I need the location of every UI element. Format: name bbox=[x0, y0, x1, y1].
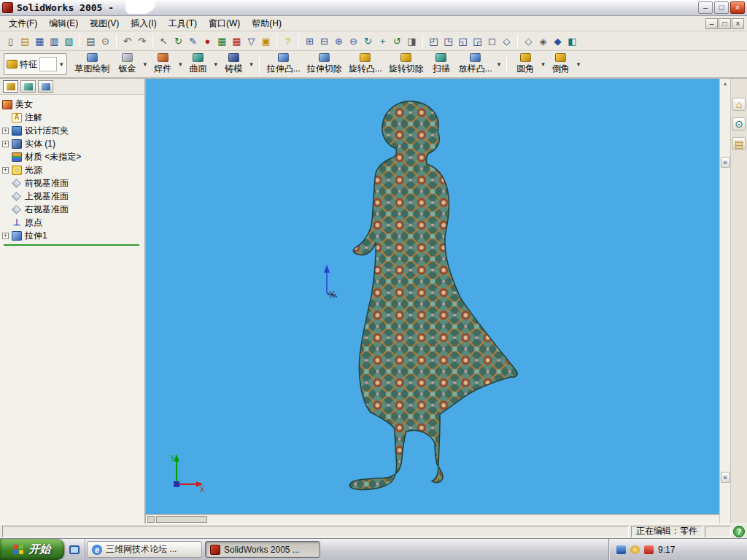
splitter-handle[interactable] bbox=[147, 516, 155, 523]
tree-item-design-binder[interactable]: + 设计活页夹 bbox=[2, 124, 142, 137]
zoom-in-out-icon[interactable]: ⊕ bbox=[332, 34, 346, 48]
collapse-panel-button-lower[interactable]: « bbox=[721, 472, 730, 483]
menu-tools[interactable]: 工具(T) bbox=[163, 16, 203, 31]
tree-item-lighting[interactable]: + ☼ 光源 bbox=[2, 163, 142, 176]
view-top-icon[interactable]: ◻ bbox=[485, 34, 499, 48]
sweep-button[interactable]: 扫描 bbox=[428, 52, 454, 77]
view-isometric-icon[interactable]: ◇ bbox=[500, 34, 514, 48]
zoom-to-area-icon[interactable]: ⊟ bbox=[317, 34, 331, 48]
edit-color-icon[interactable]: ● bbox=[201, 34, 214, 48]
tree-item-material[interactable]: 材质 <未指定> bbox=[2, 150, 142, 163]
view-left-icon[interactable]: ◱ bbox=[456, 34, 470, 48]
view-right-icon[interactable]: ◲ bbox=[471, 34, 484, 48]
fillet-button[interactable]: 圆角 bbox=[512, 52, 538, 77]
tab-feature-manager[interactable] bbox=[3, 80, 18, 93]
menu-window[interactable]: 窗口(W) bbox=[203, 16, 246, 31]
quick-tips-button[interactable]: ? bbox=[733, 526, 745, 537]
shadow-icon[interactable]: ◨ bbox=[405, 34, 419, 48]
woman-silhouette[interactable] bbox=[349, 101, 517, 490]
dropdown-icon[interactable]: ▾ bbox=[60, 61, 63, 68]
sketch-icon[interactable]: ✎ bbox=[186, 34, 200, 48]
tab-configuration-manager[interactable] bbox=[38, 80, 53, 93]
model-canvas[interactable]: Y X bbox=[146, 79, 719, 514]
redo-icon[interactable]: ↷ bbox=[135, 34, 149, 48]
zoom-to-selection-icon[interactable]: ⊖ bbox=[347, 34, 360, 48]
home-icon[interactable]: ⌂ bbox=[732, 98, 746, 111]
print-preview-icon[interactable]: ⊙ bbox=[98, 34, 112, 48]
menu-edit[interactable]: 编辑(E) bbox=[43, 16, 84, 31]
collapse-panel-button[interactable]: « bbox=[721, 157, 730, 168]
shaded-icon[interactable]: ◆ bbox=[551, 34, 565, 48]
select-icon[interactable]: ↖ bbox=[157, 34, 171, 48]
expand-icon[interactable]: + bbox=[2, 141, 9, 147]
save-icon[interactable]: ▦ bbox=[33, 34, 47, 48]
mold-button[interactable]: 铸模 bbox=[220, 52, 247, 77]
tree-item-origin[interactable]: ⊥ 原点 bbox=[2, 216, 142, 229]
taskbar-window-forum[interactable]: e 三维网技术论坛 ... bbox=[87, 541, 202, 558]
make-drawing-icon[interactable]: ▥ bbox=[47, 34, 61, 48]
hidden-lines-icon[interactable]: ◈ bbox=[536, 34, 550, 48]
quick-launch-icon[interactable] bbox=[69, 545, 80, 554]
section-view-icon[interactable]: ◧ bbox=[565, 34, 579, 48]
rollback-bar[interactable] bbox=[4, 244, 139, 246]
dropdown-icon[interactable]: ▾ bbox=[541, 61, 545, 68]
tree-root-part[interactable]: 美女 bbox=[2, 98, 142, 111]
horizontal-scrollbar[interactable] bbox=[146, 514, 719, 524]
doc-minimize-button[interactable]: – bbox=[705, 18, 718, 29]
menu-view[interactable]: 视图(V) bbox=[84, 16, 125, 31]
selection-filter-icon[interactable]: ▽ bbox=[244, 34, 258, 48]
rebuild-icon[interactable]: ↻ bbox=[171, 34, 185, 48]
dropdown-icon[interactable]: ▾ bbox=[144, 61, 147, 68]
undo-icon[interactable]: ↶ bbox=[120, 34, 134, 48]
extruded-boss-button[interactable]: 拉伸凸... bbox=[265, 52, 303, 77]
extruded-cut-button[interactable]: 拉伸切除 bbox=[305, 52, 344, 77]
open-icon[interactable]: ▤ bbox=[18, 34, 32, 48]
sketch-button[interactable]: 草图绘制 bbox=[73, 52, 112, 77]
revolved-boss-button[interactable]: 旋转凸... bbox=[347, 52, 384, 77]
menu-file[interactable]: 文件(F) bbox=[3, 16, 43, 31]
extruded-figure[interactable] bbox=[146, 79, 719, 514]
tree-item-front-plane[interactable]: 前视基准面 bbox=[2, 176, 142, 190]
menu-help[interactable]: 帮助(H) bbox=[246, 16, 287, 31]
doc-close-button[interactable]: × bbox=[732, 18, 744, 29]
clock[interactable]: 9:17 bbox=[658, 545, 675, 555]
expand-icon[interactable]: + bbox=[2, 233, 9, 239]
revolved-cut-button[interactable]: 旋转切除 bbox=[387, 52, 426, 77]
tray-update-icon[interactable] bbox=[630, 545, 640, 554]
tree-item-annotations[interactable]: A 注解 bbox=[2, 111, 142, 124]
design-table-icon[interactable]: ▦ bbox=[215, 34, 229, 48]
wireframe-icon[interactable]: ◇ bbox=[522, 34, 535, 48]
tree-item-top-plane[interactable]: 上视基准面 bbox=[2, 190, 142, 203]
expand-icon[interactable]: + bbox=[2, 128, 9, 134]
make-assembly-icon[interactable]: ▧ bbox=[62, 34, 76, 48]
tray-network-icon[interactable] bbox=[616, 545, 626, 554]
expand-icon[interactable]: + bbox=[2, 167, 9, 174]
close-button[interactable]: × bbox=[730, 1, 745, 14]
menu-insert[interactable]: 插入(I) bbox=[125, 16, 162, 31]
sheet-metal-button[interactable]: 钣金 bbox=[115, 52, 141, 77]
bom-table-icon[interactable]: ▦ bbox=[230, 34, 244, 48]
pan-icon[interactable]: + bbox=[376, 34, 390, 48]
dropdown-icon[interactable]: ▾ bbox=[214, 61, 218, 68]
view-front-icon[interactable]: ◰ bbox=[427, 34, 441, 48]
loft-button[interactable]: 放样凸... bbox=[457, 52, 495, 77]
search-icon[interactable]: ⊙ bbox=[732, 117, 746, 131]
toggle-selection-icon[interactable]: ▣ bbox=[259, 34, 273, 48]
view-back-icon[interactable]: ◳ bbox=[441, 34, 455, 48]
scrollbar-thumb[interactable] bbox=[156, 516, 207, 523]
dropdown-icon[interactable]: ▾ bbox=[249, 61, 253, 68]
restore-button[interactable]: □ bbox=[714, 1, 729, 14]
tab-property-manager[interactable] bbox=[20, 80, 36, 93]
print-icon[interactable]: ▤ bbox=[84, 34, 98, 48]
taskbar-window-solidworks[interactable]: SolidWorks 2005 ... bbox=[205, 541, 320, 558]
zoom-to-fit-icon[interactable]: ⊞ bbox=[303, 34, 317, 48]
file-explorer-icon[interactable]: ▤ bbox=[732, 137, 746, 150]
new-icon[interactable]: ▯ bbox=[4, 34, 18, 48]
dropdown-icon[interactable]: ▾ bbox=[498, 61, 501, 68]
flyout-field[interactable] bbox=[39, 57, 57, 71]
start-button[interactable]: 开始 bbox=[0, 539, 64, 560]
tree-item-solid-bodies[interactable]: + 实体 (1) bbox=[2, 137, 142, 150]
scroll-up-icon[interactable]: ▴ bbox=[724, 80, 727, 87]
rotate-view-icon[interactable]: ↻ bbox=[361, 34, 375, 48]
surfaces-button[interactable]: 曲面 bbox=[185, 52, 212, 77]
